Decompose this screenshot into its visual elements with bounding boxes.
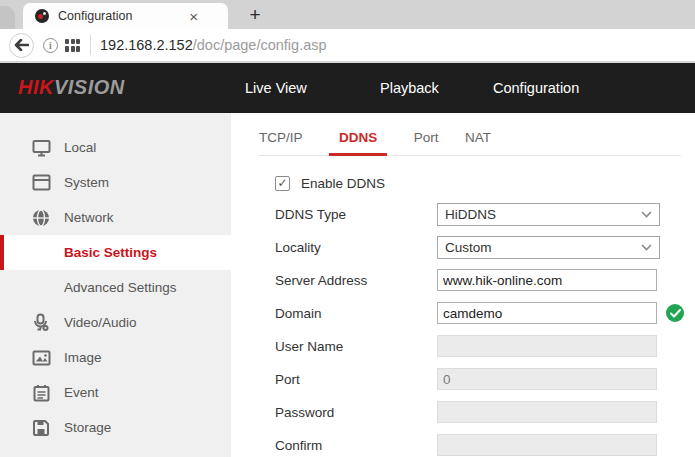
locality-select[interactable]: Custom — [437, 236, 660, 259]
confirm-label: Confirm — [275, 434, 437, 453]
sidebar-item-label: Video/Audio — [64, 315, 137, 330]
tab-nat[interactable]: NAT — [465, 130, 491, 155]
ddns-type-label: DDNS Type — [275, 203, 437, 222]
chevron-down-icon — [641, 211, 652, 218]
content-panel: TCP/IP DDNS Port NAT ✓ Enable DDNS DDNS … — [231, 113, 695, 457]
back-button[interactable] — [9, 33, 34, 58]
sidebar-item-video-audio[interactable]: Video/Audio — [0, 305, 231, 340]
domain-row: Domain — [275, 302, 695, 335]
sidebar-item-label: System — [64, 175, 109, 190]
enable-ddns-label: Enable DDNS — [301, 176, 385, 191]
event-icon — [31, 383, 51, 403]
sidebar: Local System Network Basic Set — [0, 113, 231, 457]
enable-ddns-checkbox[interactable]: ✓ — [275, 176, 290, 191]
port-label: Port — [275, 368, 437, 387]
port-input — [437, 368, 657, 390]
globe-icon — [31, 208, 51, 228]
tab-title: Configuration — [58, 9, 189, 23]
tab-tcpip[interactable]: TCP/IP — [259, 130, 303, 155]
server-address-input[interactable] — [437, 269, 657, 291]
url-path: /doc/page/config.asp — [193, 37, 327, 53]
new-tab-button[interactable]: + — [238, 2, 272, 28]
microphone-icon — [31, 313, 51, 333]
locality-value: Custom — [445, 240, 641, 255]
logo-vision: VISION — [54, 76, 125, 98]
sidebar-item-system[interactable]: System — [0, 165, 231, 200]
sidebar-item-image[interactable]: Image — [0, 340, 231, 375]
address-bar: i 192.168.2.152/doc/page/config.asp — [0, 29, 695, 63]
tab-close-icon[interactable]: × — [189, 9, 198, 24]
sidebar-item-label: Local — [64, 140, 96, 155]
ddns-type-value: HiDDNS — [445, 207, 641, 222]
password-row: Password — [275, 401, 695, 434]
browser-tab[interactable]: Configuration × — [23, 3, 228, 29]
browser-tab-strip: Configuration × + — [0, 0, 695, 29]
sidebar-item-label: Event — [64, 385, 99, 400]
password-label: Password — [275, 401, 437, 420]
storage-icon — [31, 418, 51, 438]
valid-check-icon — [666, 304, 684, 322]
tab-port[interactable]: Port — [414, 130, 439, 155]
confirm-input — [437, 434, 657, 456]
port-row: Port — [275, 368, 695, 401]
sidebar-item-label: Image — [64, 350, 102, 365]
tab-ddns[interactable]: DDNS — [329, 130, 387, 156]
hikvision-logo: HIKVISION — [18, 76, 125, 99]
settings-tabs: TCP/IP DDNS Port NAT — [259, 128, 681, 156]
info-icon[interactable]: i — [43, 38, 58, 53]
user-name-row: User Name — [275, 335, 695, 368]
site-favicon-icon — [35, 9, 49, 23]
sidebar-item-network[interactable]: Network — [0, 200, 231, 235]
logo-hik: HIK — [18, 76, 54, 98]
site-header: HIKVISION Live View Playback Configurati… — [0, 63, 695, 113]
sidebar-item-label: Network — [64, 210, 114, 225]
nav-playback[interactable]: Playback — [380, 63, 439, 113]
nav-live-view[interactable]: Live View — [245, 63, 307, 113]
sidebar-item-label: Basic Settings — [64, 245, 157, 260]
back-arrow-icon — [14, 39, 29, 51]
ddns-form: ✓ Enable DDNS DDNS Type HiDDNS Locality — [231, 156, 695, 457]
monitor-icon — [31, 138, 51, 158]
window-corner — [0, 6, 15, 29]
locality-label: Locality — [275, 236, 437, 255]
sidebar-item-storage[interactable]: Storage — [0, 410, 231, 445]
nav-configuration[interactable]: Configuration — [493, 63, 579, 113]
chevron-down-icon — [641, 244, 652, 251]
user-name-label: User Name — [275, 335, 437, 354]
sidebar-item-event[interactable]: Event — [0, 375, 231, 410]
url-host: 192.168.2.152 — [100, 37, 193, 53]
enable-ddns-row: ✓ Enable DDNS — [275, 174, 695, 192]
locality-row: Locality Custom — [275, 236, 695, 269]
password-input — [437, 401, 657, 423]
form-rows: DDNS Type HiDDNS Locality Custom — [275, 203, 695, 457]
sidebar-item-label: Storage — [64, 420, 111, 435]
main-area: Local System Network Basic Set — [0, 113, 695, 457]
sidebar-item-basic-settings[interactable]: Basic Settings — [0, 235, 231, 270]
ddns-type-select[interactable]: HiDDNS — [437, 203, 660, 226]
ddns-type-row: DDNS Type HiDDNS — [275, 203, 695, 236]
server-address-row: Server Address — [275, 269, 695, 302]
window-icon — [31, 173, 51, 193]
sidebar-item-label: Advanced Settings — [64, 280, 177, 295]
permissions-grid-icon[interactable] — [65, 39, 80, 52]
sidebar-item-local[interactable]: Local — [0, 130, 231, 165]
image-icon — [31, 348, 51, 368]
confirm-row: Confirm — [275, 434, 695, 457]
url-field[interactable]: 192.168.2.152/doc/page/config.asp — [100, 37, 327, 53]
server-address-label: Server Address — [275, 269, 437, 288]
user-name-input — [437, 335, 657, 357]
domain-input[interactable] — [437, 302, 657, 324]
domain-label: Domain — [275, 302, 437, 321]
sidebar-item-advanced-settings[interactable]: Advanced Settings — [0, 270, 231, 305]
url-separator — [90, 35, 91, 55]
